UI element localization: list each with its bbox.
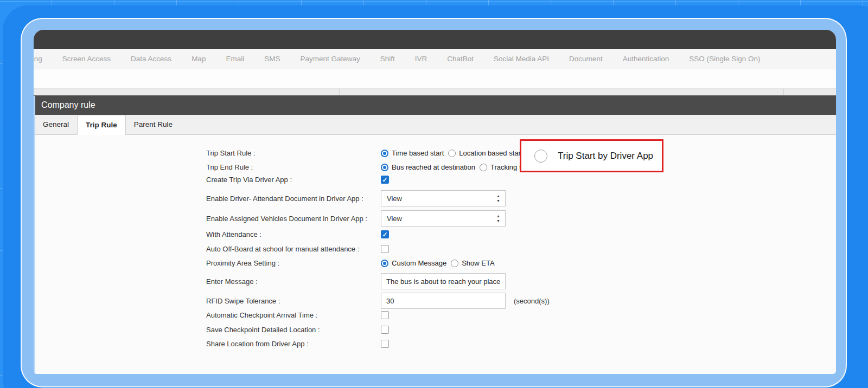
browser-chrome-bar [34,30,836,49]
toolbar-spacer [34,69,836,88]
radio-custom-message[interactable] [381,260,388,267]
select-value: View [387,195,402,203]
checkbox-automatic-checkpoint-arrival[interactable] [381,311,389,319]
radio-label: Custom Message [392,259,446,267]
table-column-divider [339,89,340,95]
field-label: Proximity Area Setting : [206,259,381,267]
radio-option: Bus reached at destination [381,163,475,171]
form-row: Enter Message : [206,273,506,289]
tab-general[interactable]: General [35,115,77,134]
checkbox-auto-offboard[interactable] [381,245,389,253]
nav-item-document[interactable]: Document [569,55,603,63]
radio-show-eta[interactable] [451,260,458,267]
form-row: RFID Swipe Tolerance : (second(s)) [206,293,550,309]
form-row: Enable Driver- Attendant Document in Dri… [206,190,506,206]
nav-item-email[interactable]: Email [226,55,244,63]
window-content: ting Screen Access Data Access Map Email… [34,30,836,374]
form-row: Auto Off-Board at school for manual atte… [206,245,389,253]
select-value: View [387,215,402,223]
nav-item-map[interactable]: Map [192,55,206,63]
field-label: Create Trip Via Driver App : [206,176,381,184]
field-label: RFID Swipe Tolerance : [206,297,381,305]
trip-end-rule-options: Bus reached at destination Tracking til [381,163,524,171]
radio-option: Tracking til [480,163,524,171]
panel-title: Company rule [34,95,836,115]
unit-suffix: (second(s)) [514,297,550,305]
callout-label: Trip Start by Driver App [558,151,653,161]
field-label: Auto Off-Board at school for manual atte… [206,245,381,253]
radio-label: Bus reached at destination [392,163,475,171]
field-label: With Attendance : [206,230,381,238]
panel-left-edge [34,96,35,374]
nav-item-sms[interactable]: SMS [264,55,280,63]
trip-start-by-driver-app-highlight: Trip Start by Driver App [520,139,663,172]
radio-tracking-till[interactable] [480,164,487,171]
nav-item-sso[interactable]: SSO (Single Sign On) [689,55,760,63]
radio-label: Tracking til [490,163,524,171]
table-header-strip [34,88,836,95]
nav-item-authentication[interactable]: Authentication [623,55,669,63]
field-label: Enable Assigned Vehicles Document in Dri… [206,215,381,223]
radio-option: Time based start [381,149,444,157]
nav-item-social-media-api[interactable]: Social Media API [494,55,549,63]
form-row: Share Location from Driver App : [206,340,389,348]
form-row: Proximity Area Setting : Custom Message … [206,259,495,267]
rule-tabs: General Trip Rule Parent Rule [34,115,836,135]
nav-item-setting[interactable]: ting [34,55,42,63]
tab-trip-rule[interactable]: Trip Rule [77,115,126,135]
select-assigned-vehicles-document[interactable]: View ▲▼ [381,210,506,227]
field-label: Save Checkpoint Detailed Location : [206,326,381,334]
radio-option: Location based start [448,149,522,157]
proximity-area-options: Custom Message Show ETA [381,259,495,267]
radio-time-based-start[interactable] [381,150,388,157]
trip-start-rule-options: Time based start Location based start [381,149,522,157]
radio-option: Show ETA [451,259,494,267]
field-label: Automatic Checkpoint Arrival Time : [206,311,381,319]
form-row: With Attendance : ✓ [206,230,389,238]
form-row: Save Checkpoint Detailed Location : [206,326,389,334]
nav-item-ivr[interactable]: IVR [415,55,427,63]
enter-message-input[interactable] [381,273,506,289]
trip-rule-form: Trip Start Rule : Time based start Locat… [34,135,836,374]
nav-item-payment-gateway[interactable]: Payment Gateway [300,55,360,63]
rfid-swipe-tolerance-input[interactable] [381,293,506,309]
app-window: ting Screen Access Data Access Map Email… [22,19,846,386]
radio-label: Location based start [459,149,522,157]
radio-location-based-start[interactable] [448,150,456,157]
checkbox-save-checkpoint-location[interactable] [381,326,389,334]
form-row: Automatic Checkpoint Arrival Time : [206,311,389,319]
form-row: Trip End Rule : Bus reached at destinati… [206,163,524,171]
nav-item-data-access[interactable]: Data Access [131,55,171,63]
nav-item-shift[interactable]: Shift [380,55,395,63]
form-row: Trip Start Rule : Time based start Locat… [206,149,522,157]
field-label: Share Location from Driver App : [206,340,381,348]
radio-trip-start-by-driver-app[interactable] [534,150,547,163]
checkbox-share-location-driver-app[interactable] [381,340,389,348]
form-row: Enable Assigned Vehicles Document in Dri… [206,210,506,227]
checkbox-with-attendance[interactable]: ✓ [381,230,389,238]
radio-option: Custom Message [381,259,446,267]
nav-item-chatbot[interactable]: ChatBot [447,55,474,63]
field-label: Trip Start Rule : [206,149,381,157]
checkbox-create-trip-via-driver-app[interactable]: ✓ [381,176,389,184]
form-row: Create Trip Via Driver App : ✓ [206,176,389,184]
radio-bus-reached-destination[interactable] [381,164,388,171]
radio-label: Show ETA [462,259,494,267]
tab-parent-rule[interactable]: Parent Rule [126,115,181,134]
nav-item-screen-access[interactable]: Screen Access [62,55,111,63]
field-label: Enable Driver- Attendant Document in Dri… [206,195,381,203]
field-label: Enter Message : [206,277,381,286]
stepper-icon: ▲▼ [496,214,500,223]
settings-nav-bar: ting Screen Access Data Access Map Email… [34,49,836,69]
field-label: Trip End Rule : [206,163,381,171]
table-column-divider [783,89,784,95]
select-driver-attendant-document[interactable]: View ▲▼ [381,190,506,206]
stepper-icon: ▲▼ [496,193,500,203]
radio-label: Time based start [392,149,444,157]
